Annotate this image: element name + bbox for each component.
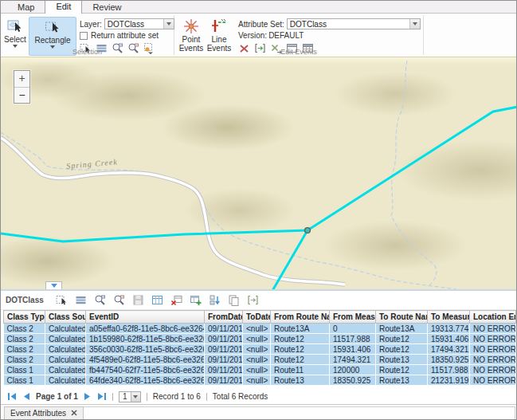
table-cell: NO ERROR [470, 375, 516, 386]
close-icon[interactable] [71, 410, 77, 416]
table-cell: 11517.988 [428, 365, 470, 375]
table-cell: 15931.406 [428, 334, 470, 344]
select-icon [6, 18, 24, 35]
zoom-in-button[interactable]: + [14, 71, 29, 87]
table-cell: a05effa0-62f8-11e5-8bc6-ee32641d5ec9 [86, 324, 205, 334]
route-event-lines[interactable] [1, 107, 517, 289]
chevron-down-icon[interactable] [409, 19, 420, 29]
table-cell: Route12 [271, 334, 330, 344]
column-header[interactable]: From Measure [330, 311, 376, 324]
map-canvas[interactable]: Spring Creek + − [1, 57, 517, 289]
list-icon[interactable] [75, 294, 87, 306]
table-cell: fb447540-62f7-11e5-8bc6-ee32641d5ec9 [86, 365, 205, 375]
tab-review[interactable]: Review [82, 2, 131, 14]
table-cell: 17494.321 [428, 344, 470, 355]
column-header[interactable]: ToDate [243, 311, 271, 324]
road-line [1, 138, 345, 285]
select-button-label: Select [4, 35, 26, 44]
table-cell: Route11 [271, 365, 330, 375]
table-pager: Page 1 of 1 1 Record 1 to 6 Total 6 Reco… [1, 389, 517, 404]
creek-lines [1, 61, 456, 289]
table-row[interactable]: Class 2Calculated4f5489e0-62f8-11e5-8bc6… [4, 355, 516, 365]
route-line-west[interactable] [1, 230, 307, 241]
column-header[interactable]: Location Error [470, 311, 516, 324]
remove-selection-icon[interactable] [170, 294, 182, 306]
group-separator [423, 15, 424, 55]
table-cell: Route12 [376, 344, 428, 355]
tab-map[interactable]: Map [7, 2, 45, 14]
version-value: DEFAULT [268, 31, 304, 40]
add-record-icon[interactable] [190, 294, 202, 306]
table-cell: 09/11/2015 [205, 344, 243, 355]
attribute-set-combobox[interactable]: DOTClass [287, 18, 421, 29]
table-cell: Calculated [45, 324, 86, 334]
column-header[interactable]: To Measure [428, 311, 470, 324]
column-header[interactable]: From Route Name [271, 311, 330, 324]
route-junction-marker[interactable] [305, 228, 311, 234]
table-cell: 15931.406 [330, 344, 376, 355]
event-attributes-panel: DOTClass [1, 289, 517, 420]
rectangle-select-icon [44, 18, 61, 36]
pan-to-selection-icon[interactable] [113, 294, 125, 306]
table-cell: 09/11/2015 [205, 334, 243, 344]
table-cell: Route12 [376, 365, 428, 375]
ribbon-tab-bar: Map Edit Review [1, 1, 516, 14]
save-icon[interactable] [132, 294, 144, 306]
panel-collapse-button[interactable] [45, 281, 62, 289]
tab-edit[interactable]: Edit [45, 0, 82, 14]
column-header[interactable]: FromDate [205, 311, 243, 324]
chevron-down-icon [131, 392, 140, 402]
table-cell: Class 2 [4, 334, 45, 344]
table-cell: 17494.321 [330, 355, 376, 365]
attribute-set-label: Attribute Set: [238, 20, 284, 29]
table-row[interactable]: Class 2Calculated356c0030-62f8-11e5-8bc6… [4, 344, 516, 355]
layer-label: Layer: [80, 20, 102, 29]
attribute-set-value: DOTClass [288, 20, 409, 29]
column-header[interactable]: Class Source [45, 311, 86, 324]
selection-group-label: Selection [1, 48, 174, 56]
chevron-down-icon [51, 284, 57, 288]
table-cell: Calculated [45, 344, 86, 355]
sketch-select-icon[interactable] [56, 294, 68, 306]
next-page-button[interactable] [84, 392, 92, 401]
table-cell: Route12 [271, 355, 330, 365]
layer-combobox[interactable]: DOTClass [104, 18, 174, 29]
table-cell: Class 1 [4, 375, 45, 386]
zoom-to-selection-icon[interactable] [94, 294, 106, 306]
version-label: Version: [238, 31, 267, 40]
sort-icon[interactable] [209, 294, 221, 306]
zoom-out-button[interactable]: − [14, 87, 29, 103]
copy-page-icon[interactable] [228, 294, 240, 306]
table-cell: Route12 [271, 344, 330, 355]
measure-brackets-icon[interactable] [247, 294, 259, 306]
event-attributes-tab-label: Event Attributes [10, 409, 66, 418]
chevron-down-icon[interactable] [163, 19, 174, 29]
page-number-select[interactable]: 1 [119, 391, 141, 402]
table-row[interactable]: Class 2Calculateda05effa0-62f8-11e5-8bc6… [4, 324, 516, 334]
column-header[interactable]: Class Type [4, 311, 45, 324]
table-cell: 4f5489e0-62f8-11e5-8bc6-ee32641d5ec9 [86, 355, 205, 365]
last-page-button[interactable] [97, 392, 107, 401]
table-row[interactable]: Class 2Calculated1b159980-62f8-11e5-8bc6… [4, 334, 516, 344]
column-header[interactable]: EventID [86, 311, 205, 324]
event-editor-window: Map Edit Review Select [0, 0, 517, 420]
previous-page-button[interactable] [22, 392, 30, 401]
table-cell: Route13A [376, 324, 428, 334]
first-page-button[interactable] [7, 392, 17, 401]
table-cell: <null> [243, 365, 271, 375]
grid-icon[interactable] [151, 294, 163, 306]
column-header[interactable]: To Route Name [376, 311, 428, 324]
table-cell: 1b159980-62f8-11e5-8bc6-ee32641d5ec9 [86, 334, 205, 344]
edit-events-group-label: Edit Events [174, 48, 423, 56]
bottom-tab-bar: Event Attributes [1, 404, 517, 420]
table-cell: <null> [243, 324, 271, 334]
route-line-northeast[interactable] [307, 107, 517, 230]
return-attribute-set-checkbox[interactable] [80, 32, 88, 40]
tab-event-attributes[interactable]: Event Attributes [4, 406, 84, 420]
table-cell: 19313.774 [428, 324, 470, 334]
return-attribute-set-option[interactable]: Return attribute set [80, 31, 174, 40]
table-cell: 0 [330, 324, 376, 334]
total-records-label: Total 6 Records [213, 392, 268, 401]
table-row[interactable]: Class 1Calculatedfb447540-62f7-11e5-8bc6… [4, 365, 516, 375]
table-row[interactable]: Class 1Calculated64fde340-62f8-11e5-8bc6… [4, 375, 516, 386]
